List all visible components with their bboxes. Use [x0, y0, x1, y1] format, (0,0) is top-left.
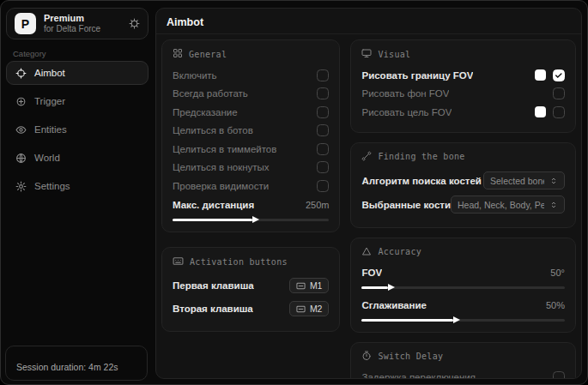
checkbox[interactable]	[553, 371, 565, 379]
checkbox[interactable]	[317, 124, 329, 136]
toggle-row-prediction: Предсказание	[173, 103, 329, 122]
checkbox[interactable]	[553, 106, 565, 118]
card-header-label: Visual	[378, 50, 410, 59]
card-activation-header: Activation buttons	[173, 256, 329, 268]
checkbox[interactable]	[317, 106, 329, 118]
color-swatch[interactable]	[535, 106, 546, 117]
gear-icon	[15, 181, 27, 192]
app-brand-card: P Premium for Delta Force	[6, 8, 149, 39]
gear-icon[interactable]	[129, 18, 140, 29]
sidebar-item-label: Entities	[34, 124, 67, 135]
card-switch-delay-header: Switch Delay	[361, 351, 565, 363]
page-title: Aimbot	[167, 16, 203, 28]
checkbox[interactable]	[553, 87, 565, 99]
checkbox[interactable]	[317, 180, 329, 192]
crosshair-icon	[15, 68, 27, 79]
bone-algorithm-row: Алгоритм поиска костей Selected bone	[361, 169, 565, 193]
fov-slider[interactable]	[361, 286, 565, 289]
sidebar-item-aimbot[interactable]: Aimbot	[6, 61, 149, 85]
checkbox[interactable]	[317, 69, 329, 81]
right-column: Visual Рисовать границу FOV Рисовать фон…	[350, 39, 576, 379]
monitor-icon	[361, 48, 372, 60]
bone-algorithm-select[interactable]: Selected bone	[483, 171, 565, 189]
fov-slider-block: FOV 50°	[361, 264, 565, 289]
timer-icon	[361, 351, 372, 363]
toggle-label: Целиться в нокнутых	[173, 162, 270, 172]
select-value: Head, Neck, Body, Pe..	[458, 200, 544, 210]
keybind-label: Первая клавиша	[173, 280, 254, 291]
category-label: Category	[13, 49, 46, 58]
sidebar-item-label: Aimbot	[34, 68, 65, 78]
slider-fill	[361, 286, 388, 289]
session-duration-box: Session duration: 4m 22s	[5, 346, 148, 381]
checkbox[interactable]	[317, 87, 329, 99]
main-panel: Aimbot General Включить Всегда работа	[155, 8, 582, 379]
sidebar-item-trigger[interactable]: Trigger	[6, 89, 149, 113]
triangle-icon	[361, 246, 372, 258]
card-header-label: General	[189, 50, 227, 59]
card-accuracy-header: Accuracy	[361, 246, 565, 258]
sidebar-item-settings[interactable]: Settings	[6, 174, 149, 198]
color-swatch[interactable]	[535, 69, 546, 81]
toggle-label: Целиться в ботов	[173, 125, 253, 135]
session-duration-text: Session duration: 4m 22s	[16, 362, 118, 372]
chevrons-up-down-icon	[549, 201, 558, 209]
left-column: General Включить Всегда работать Предска…	[161, 39, 340, 379]
visual-row-fov-background: Рисовать фон FOV	[361, 85, 565, 104]
toggle-label: Включить	[173, 70, 217, 81]
card-general-header: General	[173, 48, 329, 60]
toggle-row-target-bots: Целиться в ботов	[173, 122, 329, 141]
slider-fill	[361, 319, 452, 322]
sidebar: P Premium for Delta Force Category Aimbo…	[1, 1, 155, 384]
keybind-row-second: Вторая клавиша M2	[173, 298, 329, 321]
card-finding-bone: Finding the bone Алгоритм поиска костей …	[350, 142, 576, 228]
card-bone-header: Finding the bone	[361, 151, 565, 163]
toggle-label: Рисовать границу FOV	[361, 70, 473, 81]
checkbox[interactable]	[317, 143, 329, 155]
toggle-row-target-teammates: Целиться в тиммейтов	[173, 140, 329, 159]
keyboard-icon	[173, 256, 184, 268]
card-header-label: Accuracy	[378, 247, 421, 256]
select-value: Selected bone	[490, 176, 544, 186]
card-switch-delay: Switch Delay Задержка переключения Задер…	[350, 342, 576, 380]
smoothing-slider[interactable]	[361, 319, 565, 322]
slider-label: Сглаживание	[361, 300, 426, 310]
keyboard-icon	[296, 304, 306, 314]
keybind-row-first: Первая клавиша M1	[173, 274, 329, 298]
smoothing-slider-block: Сглаживание 50%	[361, 297, 565, 322]
slider-value: 250m	[306, 200, 330, 210]
target-icon	[15, 96, 27, 107]
toggle-label: Предсказание	[173, 107, 238, 117]
toggle-label: Целиться в тиммейтов	[173, 144, 276, 154]
toggle-label: Рисовать цель FOV	[361, 107, 452, 117]
toggle-label: Всегда работать	[173, 88, 248, 99]
visual-row-fov-border: Рисовать границу FOV	[361, 66, 565, 85]
toggle-row-enable: Включить	[173, 66, 329, 85]
card-activation-buttons: Activation buttons Первая клавиша M1 Вто…	[161, 247, 340, 332]
visual-row-fov-target: Рисовать цель FOV	[361, 103, 565, 122]
max-distance-slider-block: Макс. дистанция 250m	[173, 196, 329, 221]
page-header: Aimbot	[156, 9, 581, 34]
sidebar-item-label: World	[34, 153, 60, 163]
card-visual: Visual Рисовать границу FOV Рисовать фон…	[350, 39, 576, 133]
checkbox[interactable]	[553, 69, 565, 81]
toggle-row-visibility-check: Проверка видимости	[173, 177, 329, 196]
checkbox[interactable]	[317, 161, 329, 173]
keybind-button-m2[interactable]: M2	[289, 301, 330, 316]
sidebar-nav: Aimbot Trigger Entities World Settings	[6, 61, 149, 198]
slider-label: FOV	[361, 268, 382, 278]
sidebar-item-world[interactable]: World	[6, 146, 149, 170]
card-visual-header: Visual	[361, 48, 565, 60]
toggle-label: Проверка видимости	[173, 181, 269, 191]
toggle-label: Задержка переключения	[361, 372, 475, 379]
sidebar-item-entities[interactable]: Entities	[6, 117, 149, 141]
sidebar-item-label: Trigger	[34, 96, 65, 106]
keybind-value: M2	[310, 304, 323, 314]
toggle-row-target-knocked: Целиться в нокнутых	[173, 159, 329, 177]
max-distance-slider[interactable]	[173, 219, 329, 221]
selected-bones-select[interactable]: Head, Neck, Body, Pe..	[451, 196, 565, 214]
content: General Включить Всегда работать Предска…	[156, 34, 581, 379]
keybind-button-m1[interactable]: M1	[289, 278, 330, 293]
switch-delay-toggle-row: Задержка переключения	[361, 369, 565, 380]
sidebar-item-label: Settings	[34, 181, 70, 191]
